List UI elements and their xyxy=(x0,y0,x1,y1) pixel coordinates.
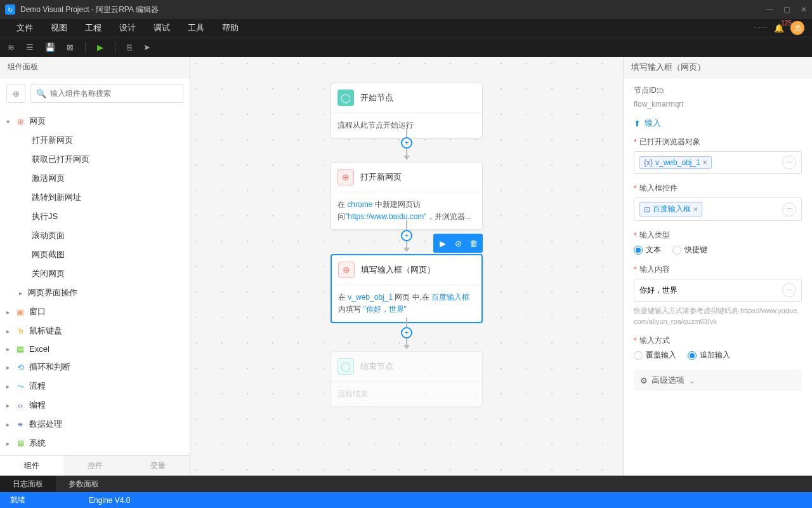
layers-icon[interactable]: ≋ xyxy=(8,43,15,52)
loop-icon: ⟲ xyxy=(15,363,25,372)
stack-icon[interactable]: ☰ xyxy=(26,43,34,52)
avatar[interactable]: 员 xyxy=(790,21,804,35)
flow-icon: ⤳ xyxy=(15,382,25,391)
menu-file[interactable]: 文件 xyxy=(8,19,42,37)
node-end[interactable]: ◯结束节点 流程结束 xyxy=(331,351,483,407)
globe-icon: ⊕ xyxy=(338,262,355,278)
tab-params[interactable]: 参数面板 xyxy=(56,476,112,492)
run-icon[interactable]: ▶ xyxy=(97,43,103,52)
tree-code[interactable]: ▸‹›编程 xyxy=(0,396,190,415)
titlebar: ↻ Demo Visual Project - 阿里云RPA 编辑器 — ▢ ✕ xyxy=(0,0,812,19)
tree-item[interactable]: ▸网页界面操作 xyxy=(0,283,190,302)
save-icon[interactable]: 💾 xyxy=(45,43,55,52)
input-control-input[interactable]: ⊡百度输入框× ⋯ xyxy=(634,197,802,221)
excel-icon: ▦ xyxy=(15,344,25,354)
gear-icon: ⚙ xyxy=(640,376,648,385)
canvas[interactable]: ◯开始节点 流程从此节点开始运行 + ⊕打开新网页 在 chrome 中新建网页… xyxy=(190,57,623,476)
advanced-options[interactable]: ⚙高级选项⌄ xyxy=(634,370,802,391)
node-run-icon[interactable]: ▶ xyxy=(436,236,450,250)
browser-obj-input[interactable]: {x}v_web_obj_1× ⋯ xyxy=(634,151,802,174)
mouse-icon: 🖱 xyxy=(15,326,25,336)
maximize-icon[interactable]: ▢ xyxy=(783,5,790,14)
upload-icon: ⬆ xyxy=(634,119,641,128)
menu-help[interactable]: 帮助 xyxy=(213,19,247,37)
status-text: ⋯⋯ xyxy=(754,24,768,32)
chip-remove-icon[interactable]: × xyxy=(703,158,707,167)
radio-append[interactable]: 追加输入 xyxy=(688,350,730,361)
chip-remove-icon[interactable]: × xyxy=(693,205,698,214)
more-icon[interactable]: ⋯ xyxy=(782,283,796,297)
more-icon[interactable]: ⋯ xyxy=(782,203,796,217)
radio-text[interactable]: 文本 xyxy=(634,244,661,255)
node-delete-icon[interactable]: 🗑 xyxy=(466,236,480,250)
node-description: 在 v_web_obj_1 网页 中,在 百度输入框 内填写 "你好，世界" xyxy=(332,285,481,322)
tab-variables[interactable]: 变量 xyxy=(126,456,190,476)
component-panel: 组件面板 ⊕ 🔍 ▾⊕网页 打开新网页 获取已打开网页 激活网页 跳转到新网址 … xyxy=(0,57,190,476)
add-node-button[interactable]: + xyxy=(401,230,412,241)
send-icon[interactable]: ➤ xyxy=(143,43,150,52)
component-panel-title: 组件面板 xyxy=(0,57,190,77)
data-icon: ≡ xyxy=(15,420,25,429)
tree-item[interactable]: 执行JS xyxy=(0,207,190,226)
tree-item[interactable]: 滚动页面 xyxy=(0,226,190,245)
radio-shortcut[interactable]: 快捷键 xyxy=(672,244,707,255)
radio-override[interactable]: 覆盖输入 xyxy=(634,350,676,361)
tree-item[interactable]: 关闭网页 xyxy=(0,264,190,283)
search-box[interactable]: 🔍 xyxy=(30,84,183,103)
system-icon: 🖥 xyxy=(15,439,25,448)
tree-web[interactable]: ▾⊕网页 xyxy=(0,112,190,131)
input-section: ⬆输入 xyxy=(634,117,802,129)
tree-window[interactable]: ▸▣窗口 xyxy=(0,302,190,321)
menubar: 文件 视图 工程 设计 调试 工具 帮助 ⋯⋯ 🔔125 员 xyxy=(0,19,812,37)
stop-icon[interactable]: ⊠ xyxy=(67,43,74,52)
node-id-value: flow_kmarmqrt xyxy=(634,100,802,109)
properties-panel: 填写输入框（网页） 节点ID:⧉ flow_kmarmqrt ⬆输入 *已打开浏… xyxy=(623,57,812,476)
node-fill-input[interactable]: ▶ ⊘ 🗑 ⊕填写输入框（网页） 在 v_web_obj_1 网页 中,在 百度… xyxy=(331,254,483,323)
search-input[interactable] xyxy=(46,85,178,102)
helper-text: 快捷键输入方式请参考虚拟键码表 https://www.yuque.com/al… xyxy=(634,305,802,326)
tree-item[interactable]: 获取已打开网页 xyxy=(0,150,190,169)
tree-item[interactable]: 网页截图 xyxy=(0,245,190,264)
close-icon[interactable]: ✕ xyxy=(801,5,807,14)
menu-view[interactable]: 视图 xyxy=(42,19,76,37)
add-node-button[interactable]: + xyxy=(401,137,412,149)
copy-id-icon[interactable]: ⧉ xyxy=(658,86,664,95)
tab-log[interactable]: 日志面板 xyxy=(0,476,56,492)
node-toolbar: ▶ ⊘ 🗑 xyxy=(433,234,483,253)
toolbar: ≋ ☰ 💾 ⊠ ▶ ⎘ ➤ xyxy=(0,37,812,57)
more-icon[interactable]: ⋯ xyxy=(782,156,796,170)
statusbar: 就绪 Engine V4.0 xyxy=(0,492,812,508)
code-icon: ‹› xyxy=(15,401,25,410)
menu-design[interactable]: 设计 xyxy=(110,19,145,37)
tab-controls[interactable]: 控件 xyxy=(63,456,127,476)
tree-system[interactable]: ▸🖥系统 xyxy=(0,434,190,453)
tree-mouse[interactable]: ▸🖱鼠标键盘 xyxy=(0,321,190,340)
tree-excel[interactable]: ▸▦Excel xyxy=(0,340,190,358)
properties-title: 填写输入框（网页） xyxy=(624,57,812,77)
copy-icon[interactable]: ⎘ xyxy=(127,43,132,52)
add-node-button[interactable]: + xyxy=(401,327,412,338)
menu-project[interactable]: 工程 xyxy=(76,19,110,37)
stop-icon: ◯ xyxy=(337,358,354,375)
minimize-icon[interactable]: — xyxy=(766,5,773,14)
menu-tools[interactable]: 工具 xyxy=(179,19,213,37)
tree-item[interactable]: 激活网页 xyxy=(0,169,190,188)
tree-data[interactable]: ▸≡数据处理 xyxy=(0,415,190,434)
pin-button[interactable]: ⊕ xyxy=(6,84,25,103)
tree-item[interactable]: 打开新网页 xyxy=(0,131,190,150)
search-icon: 🔍 xyxy=(36,89,46,98)
tree-flow[interactable]: ▸⤳流程 xyxy=(0,377,190,396)
tree-loop[interactable]: ▸⟲循环和判断 xyxy=(0,358,190,377)
tree-item[interactable]: 跳转到新网址 xyxy=(0,188,190,207)
notification-badge: 125 xyxy=(781,20,792,27)
play-icon: ◯ xyxy=(337,90,354,106)
notification-icon[interactable]: 🔔125 xyxy=(774,23,784,33)
input-content-field[interactable]: ⋯ xyxy=(634,279,802,302)
window-title: Demo Visual Project - 阿里云RPA 编辑器 xyxy=(20,4,159,15)
globe-icon: ⊕ xyxy=(337,169,354,185)
node-disable-icon[interactable]: ⊘ xyxy=(451,236,465,250)
app-logo: ↻ xyxy=(5,4,15,15)
globe-icon: ⊕ xyxy=(15,117,25,126)
tab-components[interactable]: 组件 xyxy=(0,456,63,476)
menu-debug[interactable]: 调试 xyxy=(145,19,179,37)
